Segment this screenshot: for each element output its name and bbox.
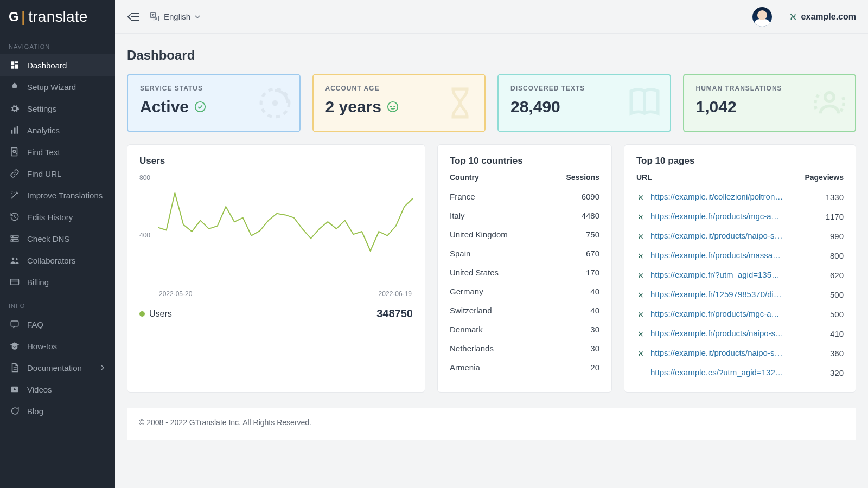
col-country: Country	[450, 173, 545, 187]
svg-line-9	[16, 153, 17, 154]
stats-row: SERVICE STATUS Active ACCOUNT AGE 2 year…	[127, 74, 856, 132]
brand-name: translate	[28, 8, 87, 25]
users-chart: 800 400 2022-05-20 2022-06-19	[139, 173, 413, 298]
users-line-chart	[158, 176, 413, 287]
sidebar: G | translate NAVIGATION DashboardSetup …	[0, 0, 115, 488]
language-label: English	[164, 12, 190, 21]
pages-table: URL Pageviews https://example.it/collezi…	[636, 173, 844, 382]
page-link[interactable]: https://example.it/collezioni/poltron…	[650, 192, 783, 201]
sessions-cell: 6090	[545, 187, 599, 206]
brand[interactable]: G | translate	[0, 0, 115, 34]
table-row: https://example.fr/products/mgc-a…500	[636, 304, 844, 324]
table-row: https://example.fr/?utm_agid=135…620	[636, 265, 844, 285]
panel-title: Top 10 countries	[450, 156, 599, 166]
info-section-label: INFO	[0, 293, 115, 313]
chart-ytick: 400	[139, 232, 150, 239]
table-row: https://example.es/?utm_agid=132…320	[636, 363, 844, 382]
svg-point-8	[13, 150, 16, 153]
country-cell: Denmark	[450, 320, 545, 339]
domain-aleph-icon	[636, 330, 645, 338]
sidebar-item-how-tos[interactable]: How-tos	[0, 335, 115, 357]
gradcap-icon	[10, 341, 20, 351]
sidebar-item-label: Videos	[27, 385, 52, 394]
svg-point-27	[272, 100, 277, 106]
svg-rect-1	[15, 61, 18, 63]
domain-label: example.com	[801, 12, 856, 22]
svg-rect-5	[14, 128, 16, 134]
panel-title: Users	[139, 156, 413, 166]
pageviews-cell: 320	[799, 363, 844, 382]
brand-divider: |	[21, 8, 25, 25]
page-link[interactable]: https://example.it/products/naipo-s…	[650, 348, 782, 357]
current-domain[interactable]: example.com	[788, 12, 856, 22]
domain-aleph-icon	[636, 271, 645, 280]
country-cell: Switzerland	[450, 301, 545, 320]
country-cell: Germany	[450, 282, 545, 301]
page-link[interactable]: https://example.fr/products/massa…	[650, 251, 781, 260]
stat-discovered-texts: DISCOVERED TEXTS 28,490	[497, 74, 671, 132]
sidebar-item-check-dns[interactable]: Check DNS	[0, 228, 115, 249]
sidebar-item-videos[interactable]: Videos	[0, 378, 115, 400]
translate-icon	[150, 12, 159, 22]
table-row: Armenia20	[450, 358, 599, 377]
svg-rect-3	[11, 66, 14, 69]
sidebar-item-label: How-tos	[27, 342, 57, 351]
stat-value: 1,042	[696, 98, 737, 116]
sidebar-item-billing[interactable]: Billing	[0, 271, 115, 293]
stat-human-translations: HUMAN TRANSLATIONS 1,042	[683, 74, 857, 132]
url-cell: https://example.fr/products/naipo-s…	[636, 324, 799, 343]
nav-main: DashboardSetup WizardSettingsAnalyticsFi…	[0, 54, 115, 293]
sidebar-item-edits-history[interactable]: Edits History	[0, 206, 115, 228]
url-cell: https://example.it/collezioni/poltron…	[636, 187, 799, 207]
sidebar-item-blog[interactable]: Blog	[0, 400, 115, 422]
svg-point-13	[12, 240, 14, 241]
sidebar-item-find-text[interactable]: Find Text	[0, 141, 115, 163]
sidebar-item-dashboard[interactable]: Dashboard	[0, 54, 115, 76]
table-row: https://example.it/products/naipo-s…360	[636, 343, 844, 363]
user-avatar[interactable]	[752, 7, 772, 27]
domain-aleph-icon	[636, 193, 645, 202]
page-link[interactable]: https://example.fr/?utm_agid=135…	[650, 270, 780, 279]
table-row: https://example.fr/12597985370/di…500	[636, 285, 844, 304]
pageviews-cell: 800	[799, 246, 844, 265]
stat-service-status: SERVICE STATUS Active	[127, 74, 301, 132]
footer-text: © 2008 - 2022 GTranslate Inc. All Rights…	[139, 418, 311, 427]
sidebar-item-improve-translations[interactable]: Improve Translations	[0, 184, 115, 206]
sidebar-item-label: Billing	[27, 278, 49, 287]
sidebar-item-faq[interactable]: FAQ	[0, 313, 115, 335]
link-icon	[10, 169, 20, 178]
table-row: United Kingdom750	[450, 225, 599, 244]
language-selector[interactable]: English	[150, 12, 200, 22]
url-cell: https://example.fr/12597985370/di…	[636, 285, 799, 304]
table-row: https://example.fr/products/massa…800	[636, 246, 844, 265]
sidebar-item-analytics[interactable]: Analytics	[0, 119, 115, 141]
users-legend-row: Users 348750	[139, 307, 413, 320]
card-icon	[10, 277, 20, 287]
page-link[interactable]: https://example.it/products/naipo-s…	[650, 231, 782, 240]
sidebar-item-documentation[interactable]: Documentation	[0, 357, 115, 378]
chevron-right-icon	[100, 363, 105, 373]
page-link[interactable]: https://example.fr/products/mgc-a…	[650, 309, 780, 318]
video-icon	[10, 384, 20, 394]
sidebar-item-find-url[interactable]: Find URL	[0, 163, 115, 184]
page-link[interactable]: https://example.fr/products/naipo-s…	[650, 329, 783, 338]
url-cell: https://example.it/products/naipo-s…	[636, 226, 799, 246]
chart-xlabel-start: 2022-05-20	[159, 290, 192, 298]
sidebar-item-settings[interactable]: Settings	[0, 98, 115, 119]
collapse-sidebar-button[interactable]	[127, 10, 140, 23]
sidebar-item-setup-wizard[interactable]: Setup Wizard	[0, 76, 115, 98]
table-row: Spain670	[450, 244, 599, 263]
table-row: Netherlands30	[450, 339, 599, 358]
legend-dot-icon	[139, 311, 145, 317]
svg-point-28	[388, 102, 398, 112]
chart-xlabel-end: 2022-06-19	[379, 290, 412, 298]
sidebar-item-collaborators[interactable]: Collaborators	[0, 249, 115, 271]
page-link[interactable]: https://example.fr/products/mgc-a…	[650, 211, 780, 221]
svg-point-25	[195, 102, 205, 112]
sessions-cell: 20	[545, 358, 599, 377]
page-link[interactable]: https://example.es/?utm_agid=132…	[650, 368, 783, 377]
page-link[interactable]: https://example.fr/12597985370/di…	[650, 290, 782, 299]
url-cell: https://example.fr/products/mgc-a…	[636, 304, 799, 324]
svg-rect-4	[11, 130, 12, 134]
col-pageviews: Pageviews	[799, 173, 844, 187]
